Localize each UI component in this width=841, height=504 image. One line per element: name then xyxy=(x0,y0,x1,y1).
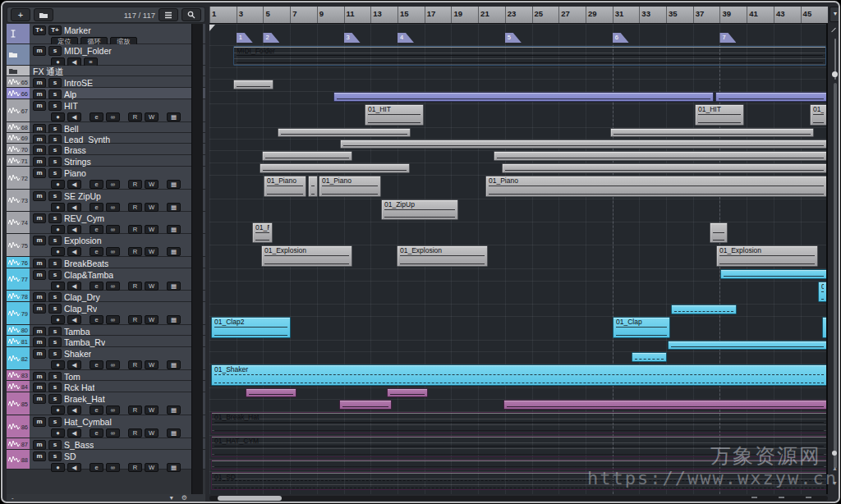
write-button[interactable]: W xyxy=(145,360,159,369)
ins-button[interactable]: ∞ xyxy=(106,203,120,212)
mon-button[interactable]: ◀ xyxy=(67,247,81,256)
mute-button[interactable]: m xyxy=(33,157,46,167)
mute-button[interactable]: m xyxy=(33,101,46,111)
mute-button[interactable]: m xyxy=(33,259,46,268)
ins-button[interactable]: ∞ xyxy=(106,463,120,472)
solo-button[interactable]: s xyxy=(48,259,62,268)
edit-button[interactable]: e xyxy=(90,463,103,472)
track-row-Alp[interactable]: 66msAlp xyxy=(7,88,205,99)
lanes-button[interactable]: ▦ xyxy=(167,225,181,234)
track-row-Shaker[interactable]: 82msShaker●◀e∞RW▦ xyxy=(7,347,205,370)
solo-button[interactable]: s xyxy=(48,327,62,337)
rec-button[interactable]: ● xyxy=(51,247,65,256)
lanes-button[interactable]: ▦ xyxy=(167,282,181,291)
solo-button[interactable]: s xyxy=(48,349,62,359)
clip-01_Explosion[interactable]: 01_Explosion xyxy=(261,245,352,267)
track-row-Clap_Dry[interactable]: 78msClap_Dry xyxy=(7,291,205,302)
rec-button[interactable]: ● xyxy=(51,112,65,121)
clip-Bell[interactable] xyxy=(610,128,814,137)
track-row-Tamba[interactable]: 80msTamba xyxy=(7,325,205,336)
track-row-FX 通道[interactable]: FX 通道 xyxy=(7,66,205,76)
read-button[interactable]: R xyxy=(128,112,142,121)
clip-Strings[interactable] xyxy=(260,163,410,173)
solo-button[interactable]: s xyxy=(48,157,62,167)
lanes-button[interactable]: ▦ xyxy=(167,405,181,415)
solo-button[interactable]: s xyxy=(48,270,62,280)
clip-01_Explosion[interactable]: 01_Explosion xyxy=(397,245,488,267)
track-row-Rck Hat[interactable]: 84msRck Hat xyxy=(7,381,205,392)
mute-button[interactable]: m xyxy=(33,292,46,302)
lanes-button[interactable]: ▦ xyxy=(167,247,181,256)
ins-button[interactable]: ∞ xyxy=(106,112,120,121)
track-row-Braek_Hat[interactable]: 85msBraek_Hat●◀e∞RW▦ xyxy=(7,392,205,415)
clip-REV_Cym[interactable] xyxy=(710,222,728,243)
chevron-down-icon[interactable]: ▾ xyxy=(170,494,173,502)
ins-button[interactable]: ∞ xyxy=(106,360,120,369)
zoom-preset-marks[interactable] xyxy=(751,497,811,498)
clip-Tom[interactable] xyxy=(246,388,296,397)
track-row-Lead_Synth[interactable]: 69msLead_Synth xyxy=(7,133,205,144)
write-button[interactable]: W xyxy=(145,405,159,415)
mute-button[interactable]: m xyxy=(33,394,46,404)
rec-button[interactable]: ● xyxy=(51,315,65,324)
clip-Clap_Rv[interactable] xyxy=(822,317,828,338)
mute-button[interactable]: m xyxy=(33,236,46,245)
read-button[interactable]: R xyxy=(128,282,142,291)
clip-MIDI_Folder[interactable]: MIDI_Folder xyxy=(233,46,826,66)
mon-button[interactable]: ◀ xyxy=(67,428,81,438)
marker-add-button[interactable]: T+ xyxy=(33,25,46,35)
rec-button[interactable]: ● xyxy=(51,282,65,291)
track-row-Marker[interactable]: T+T+Marker定位循环缩放 xyxy=(7,24,205,44)
gear-icon[interactable]: ⚙ xyxy=(182,494,187,502)
track-row-BreakBeats[interactable]: 76msBreakBeats xyxy=(7,257,205,268)
write-button[interactable]: W xyxy=(145,247,159,256)
track-search-button[interactable] xyxy=(182,8,201,21)
track-row-SD[interactable]: 88msSD●◀e∞RW▦ xyxy=(7,450,205,470)
lanes-button[interactable]: ▦ xyxy=(167,428,181,438)
mon-button[interactable]: ◀ xyxy=(67,225,81,234)
clip-Alp[interactable] xyxy=(715,92,827,102)
mute-button[interactable]: m xyxy=(33,349,46,359)
track-row-SE ZipUp[interactable]: 73msSE ZipUp●◀e∞RW▦ xyxy=(7,190,205,212)
mon-button[interactable]: ◀ xyxy=(67,360,81,369)
mute-button[interactable]: m xyxy=(33,78,46,88)
mute-button[interactable]: m xyxy=(33,372,46,382)
solo-button[interactable]: s xyxy=(48,168,62,178)
hscroll-track[interactable] xyxy=(209,496,828,501)
track-row-S_Bass[interactable]: 87msS_Bass xyxy=(7,438,205,450)
clip-01_Piano[interactable]: 01_Piano xyxy=(485,176,827,197)
track-row-MIDI_Folder[interactable]: msMIDI_Folder●◀≡ xyxy=(7,44,205,66)
clip-Brass[interactable] xyxy=(262,151,352,161)
solo-button[interactable]: s xyxy=(48,124,62,134)
rec-button[interactable]: ● xyxy=(51,428,65,438)
ruler-options-button[interactable]: ▾ xyxy=(830,7,840,22)
lanes-button[interactable]: ▦ xyxy=(167,360,181,369)
read-button[interactable]: R xyxy=(128,463,142,472)
clip-01_Explosion[interactable]: 01_Explosion xyxy=(716,245,818,267)
ins-button[interactable]: ∞ xyxy=(106,180,120,189)
clip-01_RE[interactable]: 01_RE xyxy=(252,222,273,243)
ins-button[interactable]: ∞ xyxy=(106,247,120,256)
mute-button[interactable]: m xyxy=(33,383,46,392)
mute-button[interactable]: m xyxy=(33,124,46,134)
write-button[interactable]: W xyxy=(145,282,159,291)
track-row-Bell[interactable]: 68msBell xyxy=(7,122,205,133)
solo-button[interactable]: s xyxy=(48,46,62,56)
lanes-button[interactable]: ▦ xyxy=(167,180,181,189)
track-row-Tom[interactable]: 83msTom xyxy=(7,370,205,381)
mute-button[interactable]: m xyxy=(33,89,46,99)
solo-button[interactable]: s xyxy=(48,372,62,382)
write-button[interactable]: W xyxy=(145,180,159,189)
clip-Piano[interactable] xyxy=(308,176,318,197)
solo-button[interactable]: s xyxy=(48,191,62,201)
mute-button[interactable]: m xyxy=(33,417,46,427)
ins-button[interactable]: ∞ xyxy=(106,428,120,438)
clip-IntroSE[interactable] xyxy=(233,80,273,89)
clip-Lead_Synth[interactable] xyxy=(340,140,827,149)
clip-01_HIT[interactable]: 01_HIT xyxy=(365,104,424,126)
mute-button[interactable]: m xyxy=(33,213,46,223)
solo-button[interactable]: s xyxy=(48,417,62,427)
edit-button[interactable]: e xyxy=(90,203,103,212)
track-row-Tamba_Rv[interactable]: 81msTamba_Rv xyxy=(7,336,205,347)
add-track-button[interactable]: + xyxy=(11,8,30,21)
